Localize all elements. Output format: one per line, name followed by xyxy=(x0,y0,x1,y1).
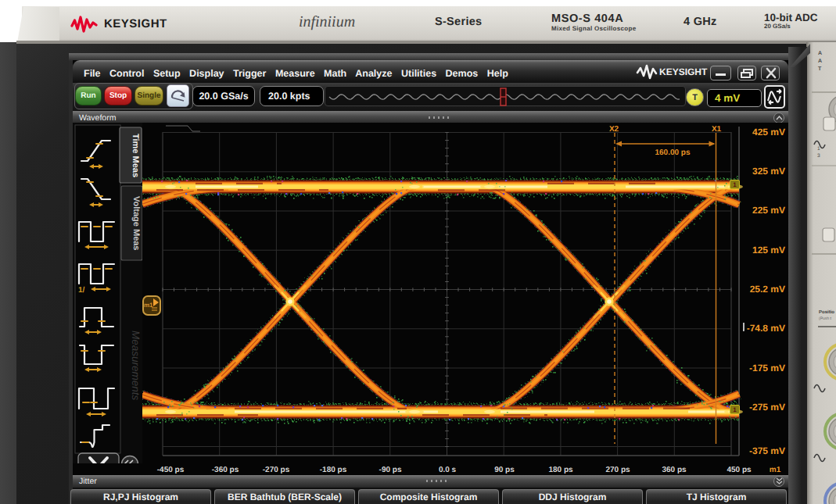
svg-text:270 ps: 270 ps xyxy=(605,466,630,474)
svg-text:(Push t: (Push t xyxy=(819,316,831,321)
svg-text:90 ps: 90 ps xyxy=(494,466,515,474)
svg-text:325 mV: 325 mV xyxy=(752,166,785,177)
svg-text:X2: X2 xyxy=(609,125,619,134)
svg-text:T: T xyxy=(818,66,822,72)
svg-text:3: 3 xyxy=(817,153,820,159)
svg-text:-74.8 mV: -74.8 mV xyxy=(747,323,785,334)
svg-text:-275 mV: -275 mV xyxy=(749,402,785,413)
svg-text:225 mV: 225 mV xyxy=(752,205,785,216)
svg-text:1/: 1/ xyxy=(78,286,85,295)
svg-text:450 ps: 450 ps xyxy=(727,466,752,474)
svg-text:1: 1 xyxy=(817,146,820,152)
svg-text:-360 ps: -360 ps xyxy=(212,466,239,474)
svg-text:m1: m1 xyxy=(770,466,781,474)
svg-text:-375 mV: -375 mV xyxy=(749,445,785,456)
svg-text:Positio: Positio xyxy=(819,309,834,315)
svg-text:180 ps: 180 ps xyxy=(548,466,573,474)
svg-text:360 ps: 360 ps xyxy=(662,466,687,474)
svg-text:-90 ps: -90 ps xyxy=(379,466,402,474)
svg-text:125 mV: 125 mV xyxy=(752,245,785,256)
svg-text:-450 ps: -450 ps xyxy=(157,466,185,474)
svg-text:25.2 mV: 25.2 mV xyxy=(750,284,785,295)
svg-text:A: A xyxy=(818,51,822,56)
svg-text:-270 ps: -270 ps xyxy=(263,466,290,474)
svg-text:160.00 ps: 160.00 ps xyxy=(655,148,690,157)
svg-text:-175 mV: -175 mV xyxy=(749,363,785,374)
svg-text:X1: X1 xyxy=(712,125,722,134)
svg-text:0.0 s: 0.0 s xyxy=(439,466,457,474)
svg-text:A: A xyxy=(818,59,822,64)
svg-text:-180 ps: -180 ps xyxy=(320,466,347,474)
svg-text:425 mV: 425 mV xyxy=(752,127,785,138)
